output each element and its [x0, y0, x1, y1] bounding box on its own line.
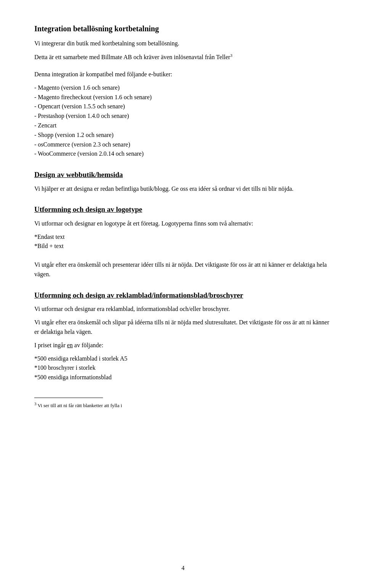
logotype-heading: Utformning och design av logotype	[34, 204, 332, 215]
compat-item-8: - WooCommerce (version 2.0.14 och senare…	[34, 149, 332, 159]
integration-intro-block: Vi integrerar din butik med kortbetalnin…	[34, 39, 332, 62]
compat-item-2: - Magento firecheckout (version 1.6 och …	[34, 93, 332, 102]
price-intro-after: av följande:	[73, 342, 103, 348]
reklam-heading: Utformning och design av reklamblad/info…	[34, 290, 332, 301]
integration-intro-text: Vi integrerar din butik med kortbetalnin…	[34, 39, 332, 48]
reklam-price-intro: I priset ingår en av följande:	[34, 341, 332, 350]
logotype-text2: Vi utgår efter era önskemål och presente…	[34, 260, 332, 279]
compat-item-3: - Opencart (version 1.5.5 och senare)	[34, 102, 332, 111]
reklam-text2: Vi utgår efter era önskemål och slipar p…	[34, 318, 332, 337]
price-intro-underline: en	[67, 342, 73, 348]
footnote-divider	[34, 398, 103, 398]
price-item-2: *100 broschyrer i storlek	[34, 363, 332, 373]
compat-item-4: - Prestashop (version 1.4.0 och senare)	[34, 111, 332, 121]
price-item-1: *500 ensidiga reklamblad i storlek A5	[34, 354, 332, 364]
integration-teller-note: Detta är ett samarbete med Billmate AB o…	[34, 52, 332, 62]
compat-item-1: - Magento (version 1.6 och senare)	[34, 83, 332, 93]
reklam-section: Utformning och design av reklamblad/info…	[34, 290, 332, 382]
compatibility-list: Denna integration är kompatibel med följ…	[34, 70, 332, 159]
logotype-option1: *Endast text	[34, 232, 332, 242]
teller-superscript: 3	[230, 53, 233, 58]
logotype-section: Utformning och design av logotype Vi utf…	[34, 204, 332, 279]
footnote-content: Vi ser till att ni får rätt blanketter a…	[38, 403, 122, 408]
compat-item-7: - osCommerce (version 2.3 och senare)	[34, 140, 332, 150]
design-text: Vi hjälper er att designa er redan befin…	[34, 184, 332, 194]
page-number: 4	[181, 564, 185, 573]
price-items-list: *500 ensidiga reklamblad i storlek A5 *1…	[34, 354, 332, 382]
compatibility-intro: Denna integration är kompatibel med följ…	[34, 70, 332, 79]
logotype-text1: Vi utformar och designar en logotype åt …	[34, 219, 332, 229]
page: Integration betallösning kortbetalning V…	[0, 0, 366, 588]
footnote-text: 3 Vi ser till att ni får rätt blanketter…	[34, 401, 332, 409]
design-heading: Design av webbutik/hemsida	[34, 169, 332, 180]
compat-item-6: - Shopp (version 1.2 och senare)	[34, 130, 332, 140]
integration-heading: Integration betallösning kortbetalning	[34, 23, 332, 34]
design-section: Design av webbutik/hemsida Vi hjälper er…	[34, 169, 332, 193]
reklam-text1: Vi utformar och designar era reklamblad,…	[34, 304, 332, 314]
integration-section: Integration betallösning kortbetalning V…	[34, 23, 332, 159]
compat-item-5: - Zencart	[34, 121, 332, 130]
footnote-number: 3	[34, 401, 37, 406]
price-intro-before: I priset ingår	[34, 342, 67, 348]
price-item-3: *500 ensidiga informationsblad	[34, 373, 332, 382]
logotype-option2: *Bild + text	[34, 242, 332, 251]
